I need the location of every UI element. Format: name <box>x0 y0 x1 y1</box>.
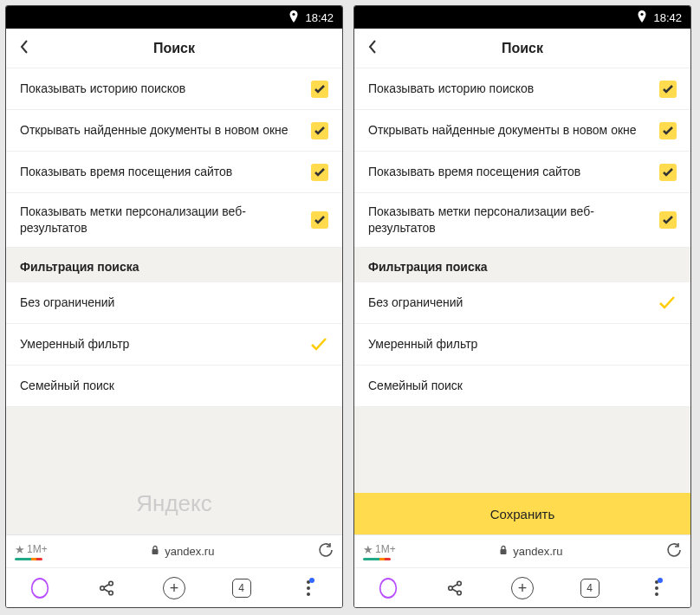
share-button[interactable] <box>438 571 472 605</box>
share-button[interactable] <box>89 571 124 605</box>
filter-option-family[interactable]: Семейный поиск <box>354 366 690 407</box>
rating-value: 1M+ <box>375 543 396 555</box>
yandex-home-button[interactable] <box>371 571 405 605</box>
bottom-nav: + 4 <box>6 567 342 607</box>
option-label: Показывать метки персонализации веб-резу… <box>20 204 311 236</box>
url-bar[interactable]: ★1M+ yandex.ru <box>6 534 342 567</box>
svg-point-7 <box>641 12 644 15</box>
star-icon: ★ <box>363 543 373 556</box>
svg-point-10 <box>457 581 462 586</box>
lock-icon <box>499 545 508 558</box>
bottom-nav: + 4 <box>354 567 690 607</box>
checkbox-icon <box>659 164 677 181</box>
footer-brand-area: Яндекс <box>6 407 342 534</box>
rating-bar <box>363 558 391 560</box>
new-tab-button[interactable]: + <box>505 571 540 605</box>
reload-button[interactable] <box>318 542 334 560</box>
checkbox-icon <box>311 211 328 229</box>
option-show-history[interactable]: Показывать историю поисков <box>6 68 342 110</box>
status-time: 18:42 <box>305 11 334 24</box>
option-label: Показывать время посещения сайтов <box>368 164 659 180</box>
filter-section-title: Фильтрация поиска <box>6 248 342 282</box>
svg-line-5 <box>104 584 109 587</box>
check-icon <box>658 294 677 311</box>
filter-option-none[interactable]: Без ограничений <box>6 282 342 324</box>
star-icon: ★ <box>15 543 25 556</box>
save-button[interactable]: Сохранить <box>354 493 690 534</box>
reload-button[interactable] <box>666 542 682 560</box>
check-icon <box>309 335 328 353</box>
option-label: Показывать историю поисков <box>368 81 659 97</box>
option-open-new-window[interactable]: Открывать найденные документы в новом ок… <box>354 110 690 152</box>
url-display: yandex.ru <box>401 545 661 558</box>
option-open-new-window[interactable]: Открывать найденные документы в новом ок… <box>6 110 342 152</box>
filter-label: Семейный поиск <box>20 378 309 394</box>
checkbox-icon <box>659 211 677 229</box>
new-tab-button[interactable]: + <box>157 571 191 605</box>
location-icon <box>289 10 298 25</box>
option-show-visit-time[interactable]: Показывать время посещения сайтов <box>6 152 342 193</box>
location-icon <box>638 10 646 25</box>
checkbox-icon <box>659 81 677 98</box>
svg-point-11 <box>457 591 462 595</box>
filter-option-family[interactable]: Семейный поиск <box>6 366 342 407</box>
svg-rect-1 <box>152 549 159 554</box>
option-show-history[interactable]: Показывать историю поисков <box>354 68 690 110</box>
filter-label: Умеренный фильтр <box>20 336 309 353</box>
phone-screen-left: 18:42 Поиск Показывать историю поисков О… <box>5 5 343 608</box>
svg-line-12 <box>452 584 457 587</box>
url-bar[interactable]: ★1M+ yandex.ru <box>354 534 690 567</box>
yandex-logo: Яндекс <box>136 490 211 517</box>
filter-section-title: Фильтрация поиска <box>354 248 690 282</box>
checkbox-icon <box>311 81 328 98</box>
svg-line-13 <box>452 589 457 592</box>
tabs-button[interactable]: 4 <box>573 571 607 605</box>
filter-option-moderate[interactable]: Умеренный фильтр <box>6 324 342 366</box>
url-text: yandex.ru <box>513 545 562 558</box>
filter-label: Без ограничений <box>20 295 309 311</box>
page-title: Поиск <box>354 41 690 56</box>
page-title: Поиск <box>6 41 342 56</box>
checkbox-icon <box>311 122 328 139</box>
filter-option-moderate[interactable]: Умеренный фильтр <box>354 324 690 366</box>
phone-screen-right: 18:42 Поиск Показывать историю поисков О… <box>353 5 691 608</box>
yandex-home-button[interactable] <box>23 571 57 605</box>
menu-button[interactable] <box>639 571 674 605</box>
status-bar: 18:42 <box>6 6 342 29</box>
rating-bar <box>15 558 42 560</box>
back-button[interactable] <box>15 35 34 62</box>
svg-point-3 <box>109 581 113 586</box>
option-personalization-labels[interactable]: Показывать метки персонализации веб-резу… <box>354 193 690 248</box>
rating-value: 1M+ <box>27 543 48 555</box>
option-label: Открывать найденные документы в новом ок… <box>368 122 659 139</box>
url-text: yandex.ru <box>165 545 214 558</box>
svg-point-0 <box>293 12 295 15</box>
option-label: Открывать найденные документы в новом ок… <box>20 122 311 139</box>
svg-point-9 <box>449 586 453 590</box>
page-header: Поиск <box>6 29 342 68</box>
option-label: Показывать историю поисков <box>20 81 311 97</box>
menu-button[interactable] <box>291 571 326 605</box>
notification-dot <box>309 578 314 583</box>
filter-option-none[interactable]: Без ограничений <box>354 282 690 324</box>
save-label: Сохранить <box>490 507 555 521</box>
tabs-button[interactable]: 4 <box>224 571 259 605</box>
option-label: Показывать время посещения сайтов <box>20 164 311 180</box>
svg-point-2 <box>100 586 105 590</box>
settings-content: Показывать историю поисков Открывать най… <box>6 68 342 534</box>
url-display: yandex.ru <box>53 545 313 558</box>
option-personalization-labels[interactable]: Показывать метки персонализации веб-резу… <box>6 193 342 248</box>
status-time: 18:42 <box>653 11 682 24</box>
back-button[interactable] <box>363 35 382 62</box>
settings-content: Показывать историю поисков Открывать най… <box>354 68 690 534</box>
lock-icon <box>151 545 159 558</box>
page-header: Поиск <box>354 29 690 68</box>
checkbox-icon <box>659 122 677 139</box>
site-rating: ★1M+ <box>15 543 48 560</box>
svg-line-6 <box>104 589 109 592</box>
notification-dot <box>658 578 663 583</box>
spacer <box>354 407 690 493</box>
option-show-visit-time[interactable]: Показывать время посещения сайтов <box>354 152 690 193</box>
filter-label: Семейный поиск <box>368 378 658 394</box>
svg-rect-8 <box>501 549 507 554</box>
